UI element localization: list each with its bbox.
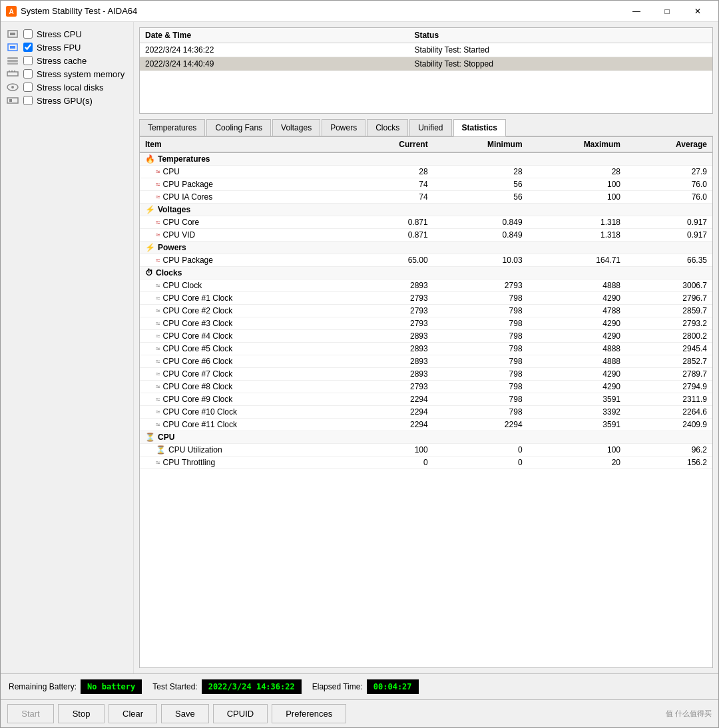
cpu-core5-clock-item: ≈CPU Core #5 Clock — [140, 343, 352, 355]
svg-point-14 — [11, 86, 14, 89]
cpu-core9-clock-min: 798 — [433, 393, 528, 406]
cpu-package-power-min: 10.03 — [433, 254, 528, 267]
tab-temperatures[interactable]: Temperatures — [139, 119, 205, 136]
save-button[interactable]: Save — [161, 704, 209, 723]
test-started-status: Test Started: 2022/3/24 14:36:22 — [152, 679, 301, 694]
tab-clocks[interactable]: Clocks — [367, 119, 408, 136]
window-controls: — □ ✕ — [621, 1, 713, 22]
svg-rect-11 — [11, 71, 13, 72]
stress-fpu-checkbox[interactable] — [23, 43, 33, 52]
tab-voltages[interactable]: Voltages — [272, 119, 320, 136]
svg-rect-12 — [14, 71, 15, 72]
stress-disks-item[interactable]: Stress local disks — [6, 82, 128, 92]
cpu-core9-clock-item: ≈CPU Core #9 Clock — [140, 393, 352, 406]
cpu-clock-min: 2793 — [433, 279, 528, 292]
tab-powers[interactable]: Powers — [322, 119, 365, 136]
tab-unified[interactable]: Unified — [409, 119, 451, 136]
window-title: System Stability Test - AIDA64 — [21, 6, 621, 16]
cpu-core11-clock-max: 3591 — [528, 419, 626, 431]
cpu-temp-avg: 27.9 — [626, 166, 712, 178]
cpu-core5-clock-avg: 2945.4 — [626, 343, 712, 355]
category-voltages: ⚡ Voltages — [140, 204, 712, 216]
cpu-vid-avg: 0.917 — [626, 229, 712, 242]
category-voltages-label: ⚡ Voltages — [140, 204, 712, 216]
stress-disks-checkbox[interactable] — [23, 83, 33, 92]
row-cpu-clock: ≈CPU Clock 2893 2793 4888 3006.7 — [140, 279, 712, 292]
cpu-core8-clock-item: ≈CPU Core #8 Clock — [140, 381, 352, 393]
stress-memory-item[interactable]: Stress system memory — [6, 69, 128, 79]
log-col-status: Status — [409, 28, 712, 43]
main-content: Stress CPU Stress FPU Stress cache — [1, 22, 718, 673]
cpu-core11-clock-current: 2294 — [352, 419, 433, 431]
stress-cpu-checkbox[interactable] — [23, 29, 33, 39]
powers-icon: ⚡ — [145, 243, 155, 252]
log-row-1-datetime: 2022/3/24 14:36:22 — [140, 43, 409, 57]
close-button[interactable]: ✕ — [682, 1, 713, 22]
col-average: Average — [626, 137, 712, 152]
cpu-core5-clock-min: 798 — [433, 343, 528, 355]
cpu-package-power-current: 65.00 — [352, 254, 433, 267]
cpu-core1-clock-min: 798 — [433, 292, 528, 305]
gpu-icon — [6, 95, 19, 106]
start-button[interactable]: Start — [7, 704, 54, 723]
cpu-core1-clock-item: ≈CPU Core #1 Clock — [140, 292, 352, 305]
stress-gpu-checkbox[interactable] — [23, 96, 33, 105]
clear-button[interactable]: Clear — [109, 704, 157, 723]
category-temperatures: 🔥 Temperatures — [140, 152, 712, 166]
app-icon: A — [6, 6, 17, 17]
stress-cache-checkbox[interactable] — [23, 56, 33, 65]
stress-gpu-item[interactable]: Stress GPU(s) — [6, 95, 128, 106]
cpu-vid-max: 1.318 — [528, 229, 626, 242]
cpu-vid-item: ≈CPU VID — [140, 229, 352, 242]
minimize-button[interactable]: — — [621, 1, 652, 22]
cpu-core6-clock-avg: 2852.7 — [626, 355, 712, 368]
cpu-core4-clock-max: 4290 — [528, 330, 626, 343]
cpuid-button[interactable]: CPUID — [213, 704, 268, 723]
cpu-core10-clock-current: 2294 — [352, 406, 433, 419]
cpu-core2-clock-min: 798 — [433, 305, 528, 317]
row-cpu-core2-clock: ≈CPU Core #2 Clock 2793 798 4788 2859.7 — [140, 305, 712, 317]
cpu-core8-clock-avg: 2794.9 — [626, 381, 712, 393]
svg-rect-9 — [7, 72, 18, 76]
cpu-core6-clock-current: 2893 — [352, 355, 433, 368]
voltages-icon: ⚡ — [145, 205, 155, 214]
svg-rect-6 — [7, 57, 18, 59]
data-table-container: Item Current Minimum Maximum Average — [139, 136, 713, 668]
stop-button[interactable]: Stop — [58, 704, 105, 723]
stress-cache-item[interactable]: Stress cache — [6, 55, 128, 66]
stress-cpu-item[interactable]: Stress CPU — [6, 29, 128, 39]
tab-statistics[interactable]: Statistics — [453, 119, 506, 136]
cpu-core3-clock-avg: 2793.2 — [626, 317, 712, 330]
maximize-button[interactable]: □ — [652, 1, 682, 22]
tab-cooling-fans[interactable]: Cooling Fans — [206, 119, 271, 136]
cpu-package-temp-min: 56 — [433, 178, 528, 191]
cpu-core4-clock-avg: 2800.2 — [626, 330, 712, 343]
cpu-clock-current: 2893 — [352, 279, 433, 292]
bottom-bar: Start Stop Clear Save CPUID Preferences … — [1, 699, 718, 727]
cpu-throttling-min: 0 — [433, 456, 528, 469]
disk-icon — [6, 82, 19, 92]
stress-memory-label: Stress system memory — [37, 69, 124, 79]
cpu-temp-current: 28 — [352, 166, 433, 178]
cpu-core9-clock-avg: 2311.9 — [626, 393, 712, 406]
cpu-core10-clock-avg: 2264.6 — [626, 406, 712, 419]
category-clocks: ⏱ Clocks — [140, 267, 712, 279]
stress-memory-checkbox[interactable] — [23, 69, 33, 79]
cpu-package-temp-max: 100 — [528, 178, 626, 191]
stress-fpu-item[interactable]: Stress FPU — [6, 42, 128, 53]
cpu-core11-clock-avg: 2409.9 — [626, 419, 712, 431]
row-cpu-package-temp: ≈CPU Package 74 56 100 76.0 — [140, 178, 712, 191]
battery-label: Remaining Battery: — [9, 682, 77, 691]
col-maximum: Maximum — [528, 137, 626, 152]
row-cpu-core6-clock: ≈CPU Core #6 Clock 2893 798 4888 2852.7 — [140, 355, 712, 368]
cpu-throttling-avg: 156.2 — [626, 456, 712, 469]
cpu-throttling-max: 20 — [528, 456, 626, 469]
category-clocks-label: ⏱ Clocks — [140, 267, 712, 279]
row-cpu-throttling: ≈CPU Throttling 0 0 20 156.2 — [140, 456, 712, 469]
elapsed-time-status: Elapsed Time: 00:04:27 — [312, 679, 419, 694]
cpu-vid-current: 0.871 — [352, 229, 433, 242]
preferences-button[interactable]: Preferences — [272, 704, 346, 723]
cpu-core6-clock-min: 798 — [433, 355, 528, 368]
cpu-core11-clock-min: 2294 — [433, 419, 528, 431]
cpu-core3-clock-item: ≈CPU Core #3 Clock — [140, 317, 352, 330]
